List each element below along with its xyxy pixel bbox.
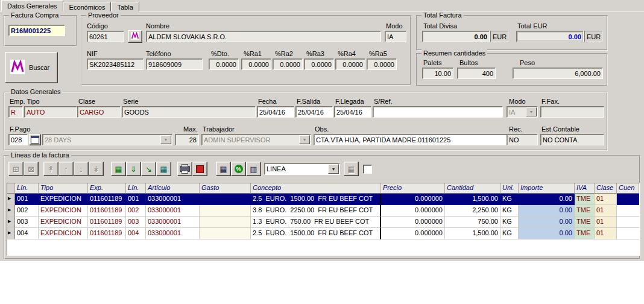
header-lin2[interactable]: Lín. <box>126 183 146 194</box>
cell-precio[interactable]: 0.000000 <box>381 205 445 217</box>
cell-iva[interactable]: TME <box>575 228 595 239</box>
cell-clase[interactable]: 01 <box>595 228 617 239</box>
trabajador-combo[interactable]: ADMIN SUPERVISOR ▼ <box>201 134 311 145</box>
cell-lin2[interactable]: 003 <box>126 217 146 228</box>
ra3-field[interactable]: 0.0000 <box>304 59 334 70</box>
lines-option-checkbox[interactable] <box>363 165 372 174</box>
cell-cuenta[interactable] <box>617 194 639 205</box>
fpago-calendar-button[interactable] <box>29 134 41 145</box>
ffax-field[interactable] <box>540 106 604 118</box>
emp-field[interactable]: R <box>8 106 23 118</box>
codigo-field[interactable]: 60261 <box>87 31 124 42</box>
palets-field[interactable]: 10.00 <box>422 68 453 79</box>
telefono-field[interactable]: 918609009 <box>146 59 203 70</box>
fpago-code-field[interactable]: 028 <box>8 134 28 145</box>
clase-field[interactable]: CARGO <box>77 106 121 118</box>
column-settings-button[interactable]: ▦ <box>344 162 359 176</box>
print-button[interactable] <box>177 162 192 176</box>
nombre-field[interactable]: ALDEM SLOVAKIA S.R.O. <box>146 31 381 42</box>
header-lin[interactable]: Lín. <box>15 183 39 194</box>
cell-uni[interactable]: KG <box>500 217 519 228</box>
refresh-lines-button[interactable]: ▦ <box>111 162 126 176</box>
tab-economicos[interactable]: Económicos <box>63 2 112 11</box>
table-row[interactable]: ▶ 003 EXPEDICION 011601189 003 033000001… <box>7 217 639 228</box>
cell-importe[interactable]: 0.00 <box>519 194 575 205</box>
tab-tabla[interactable]: Tabla <box>111 2 139 11</box>
percent-button[interactable]: % <box>231 162 246 176</box>
cell-exp[interactable]: 011601189 <box>88 228 126 239</box>
cell-articulo[interactable]: 033000001 <box>146 228 200 239</box>
cell-uni[interactable]: KG <box>500 194 519 205</box>
cell-clase[interactable]: 01 <box>595 194 617 205</box>
stop-button[interactable] <box>192 162 207 176</box>
move-down-button[interactable]: ↓ <box>74 162 89 176</box>
cell-importe[interactable]: 0.00 <box>519 228 575 239</box>
cell-importe[interactable]: 0.00 <box>519 217 575 228</box>
cell-concepto[interactable]: 2.5 EURO. 1500.00 FR EU BEEF COT <box>251 194 381 205</box>
lines-grid-button[interactable]: ▦ <box>156 162 171 176</box>
total-eur-field[interactable]: 0.00 <box>516 31 584 42</box>
move-up-button[interactable]: ↑ <box>58 162 74 176</box>
cell-cuenta[interactable] <box>617 228 639 239</box>
rec-field[interactable]: NO <box>507 134 538 145</box>
cell-tipo[interactable]: EXPEDICION <box>39 205 88 217</box>
header-precio[interactable]: Precio <box>381 183 445 194</box>
cell-lin[interactable]: 001 <box>15 194 39 205</box>
cell-cuenta[interactable] <box>617 217 639 228</box>
linea-combo[interactable]: LINEA ▼ <box>264 163 340 175</box>
header-concepto[interactable]: Concepto <box>251 183 381 194</box>
table-row[interactable]: ▶ 004 EXPEDICION 011601189 004 033000001… <box>7 228 639 239</box>
proveedor-modo-field[interactable]: IA <box>385 31 406 42</box>
table-row[interactable]: ▶ 001 EXPEDICION 011601189 001 033000001… <box>7 194 639 205</box>
cell-uni[interactable]: KG <box>500 228 519 239</box>
cell-tipo[interactable]: EXPEDICION <box>39 217 88 228</box>
header-gasto[interactable]: Gasto <box>200 183 251 194</box>
header-tipo[interactable]: Tipo <box>39 183 88 194</box>
max-field[interactable]: 28 <box>175 134 199 145</box>
fecha-field[interactable]: 25/04/16 <box>257 106 294 118</box>
nif-field[interactable]: SK2023485112 <box>87 59 144 70</box>
cell-cuenta[interactable] <box>617 205 639 217</box>
cell-lin2[interactable]: 002 <box>126 205 146 217</box>
obs-field[interactable]: CTA.VTA HIJA, PARTIDA MADRE:011601225 <box>314 134 510 145</box>
cell-articulo[interactable]: 033000001 <box>146 217 200 228</box>
trabajador-combo-arrow-icon[interactable]: ▼ <box>299 135 310 144</box>
cell-iva[interactable]: TME <box>575 217 595 228</box>
modo-combo[interactable]: IA ▼ <box>507 106 538 118</box>
cell-lin[interactable]: 004 <box>15 228 39 239</box>
cell-exp[interactable]: 011601189 <box>88 205 126 217</box>
cell-articulo[interactable]: 033000001 <box>146 205 200 217</box>
total-divisa-field[interactable]: 0.00 <box>422 31 490 42</box>
header-cuenta[interactable]: Cuen <box>617 183 639 194</box>
cell-gasto[interactable] <box>200 194 251 205</box>
serie-field[interactable]: GOODS <box>122 106 256 118</box>
cell-lin[interactable]: 002 <box>15 205 39 217</box>
add-line-button[interactable]: ⊞ <box>8 162 24 176</box>
fllegada-field[interactable]: 25/04/16 <box>334 106 371 118</box>
ra4-field[interactable]: 0.0000 <box>335 59 365 70</box>
dto-field[interactable]: 0.0000 <box>209 59 239 70</box>
sref-field[interactable] <box>373 106 503 118</box>
fsalida-field[interactable]: 25/04/16 <box>295 106 333 118</box>
factura-numero-field[interactable]: R16M001225 <box>8 25 65 36</box>
header-importe[interactable]: Importe <box>519 183 575 194</box>
table-row[interactable]: ▶ 002 EXPEDICION 011601189 002 033000001… <box>7 205 639 217</box>
provider-lookup-button[interactable] <box>128 30 142 43</box>
cell-exp[interactable]: 011601189 <box>88 194 126 205</box>
tipo-field[interactable]: AUTO <box>24 106 77 118</box>
cell-gasto[interactable] <box>200 217 251 228</box>
cell-concepto[interactable]: 2.5 EURO. 1500.00 FR EU BEEF COT <box>251 228 381 239</box>
cell-precio[interactable]: 0.000000 <box>381 217 445 228</box>
cell-cantidad[interactable]: 2,250.00 <box>445 205 500 217</box>
fpago-desc-combo[interactable]: 28 DAYS ▼ <box>42 134 172 145</box>
cell-iva[interactable]: TME <box>575 194 595 205</box>
cell-cantidad[interactable]: 750.00 <box>445 217 500 228</box>
header-uni[interactable]: Uni. <box>500 183 519 194</box>
buscar-button[interactable]: Buscar <box>5 52 58 83</box>
est-contable-field[interactable]: NO CONTA. <box>540 134 604 145</box>
move-last-button[interactable]: ↡ <box>89 162 104 176</box>
header-iva[interactable]: IVA <box>575 183 595 194</box>
peso-field[interactable]: 6,000.00 <box>513 68 603 79</box>
cell-articulo[interactable]: 033000001 <box>146 194 200 205</box>
cell-concepto[interactable]: 3.8 EURO. 2250.00 FR EU BEEF COT <box>251 205 381 217</box>
